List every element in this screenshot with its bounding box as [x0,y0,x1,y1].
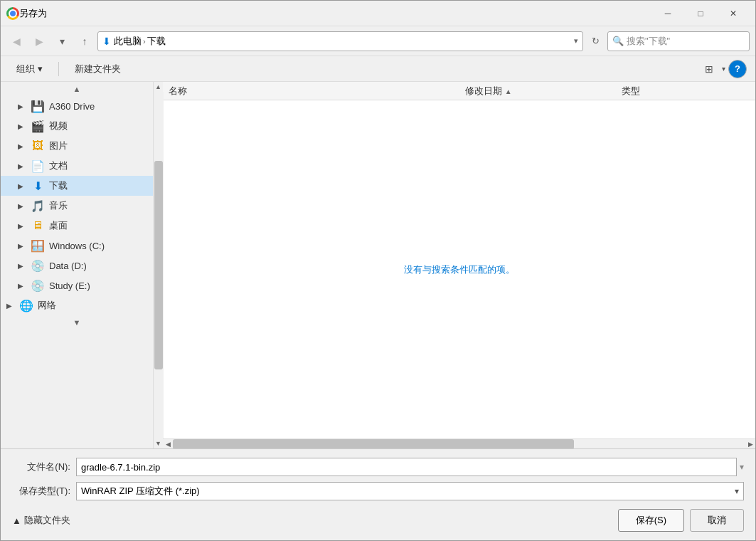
address-part-1[interactable]: 下载 [147,35,166,48]
address-parts: 此电脑 › 下载 [114,35,570,48]
search-bar[interactable]: 🔍 搜索"下载" [607,31,750,51]
view-button[interactable]: ⊞ [699,59,719,79]
sidebar-item-dataD[interactable]: ▶ 💿 Data (D:) [1,256,153,275]
desktop-folder-icon: 🖥 [31,219,45,233]
organize-button[interactable]: 组织 ▾ [9,60,50,78]
expand-icon: ▶ [6,302,15,310]
sidebar-scrollbar: ▲ ▼ [153,82,163,448]
expand-icon: ▶ [18,162,26,170]
h-scroll-track [173,439,745,449]
docs-folder-icon: 📄 [31,159,45,173]
sidebar-item-video[interactable]: ▶ 🎬 视频 [1,116,153,136]
scroll-up-button[interactable]: ▲ [154,82,164,92]
scroll-left-button[interactable]: ◀ [163,439,173,449]
scroll-track [154,92,164,438]
dataD-drive-icon: 💿 [31,258,45,273]
back-button[interactable]: ◀ [6,31,26,51]
col-type-label: 类型 [622,85,640,96]
up-icon: ↑ [82,36,87,47]
sidebar-item-desktop[interactable]: ▶ 🖥 桌面 [1,216,153,236]
scroll-right-button[interactable]: ▶ [745,439,755,449]
sidebar-item-label: 下载 [49,179,147,192]
address-chevron-icon: ▾ [574,36,578,46]
hide-folder-button[interactable]: ▲ 隐藏文件夹 [12,514,70,527]
sidebar-scroll-up-button[interactable]: ▲ [1,82,153,96]
filename-value: gradle-6.7.1-bin.zip [81,462,160,473]
address-bar[interactable]: ⬇ 此电脑 › 下载 ▾ [97,31,583,51]
window-controls: ─ □ ✕ [651,1,750,26]
col-name-label: 名称 [169,85,187,98]
col-name-header[interactable]: 名称 [169,85,465,98]
view-dropdown-arrow: ▾ [722,65,725,73]
sidebar-item-a360[interactable]: ▶ 💾 A360 Drive [1,96,153,116]
back-icon: ◀ [13,36,21,47]
sidebar-item-music[interactable]: ▶ 🎵 音乐 [1,196,153,216]
video-folder-icon: 🎬 [31,119,45,133]
toolbar-right: ⊞ ▾ ? [699,59,747,79]
sort-arrow-icon: ▲ [505,88,512,95]
forward-icon: ▶ [36,36,43,47]
sidebar-item-downloads[interactable]: ▶ ⬇ 下载 [1,176,153,196]
expand-icon: ▶ [18,142,26,150]
filetype-select[interactable]: WinRAR ZIP 压缩文件 (*.zip) ▾ [76,482,744,500]
new-folder-label: 新建文件夹 [75,63,121,75]
maximize-button[interactable]: □ [684,1,717,26]
new-folder-button[interactable]: 新建文件夹 [68,60,128,78]
sidebar-item-docs[interactable]: ▶ 📄 文档 [1,156,153,176]
address-separator: › [143,37,146,46]
select-arrow-icon: ▾ [735,486,739,496]
bottom-area: 文件名(N): gradle-6.7.1-bin.zip ▾ 保存类型(T): … [1,448,755,540]
filetype-row: 保存类型(T): WinRAR ZIP 压缩文件 (*.zip) ▾ [12,482,744,500]
close-button[interactable]: ✕ [717,1,750,26]
address-part-0[interactable]: 此电脑 [114,35,142,48]
refresh-icon: ↻ [592,36,600,46]
help-button[interactable]: ? [728,60,747,78]
sidebar-scroll-down-button[interactable]: ▼ [1,315,153,330]
save-button[interactable]: 保存(S) [618,509,684,532]
minimize-button[interactable]: ─ [651,1,684,26]
sidebar-item-label: Windows (C:) [49,241,147,251]
filename-input[interactable]: gradle-6.7.1-bin.zip [76,458,737,476]
sidebar-item-studyE[interactable]: ▶ 💿 Study (E:) [1,275,153,295]
view-icon: ⊞ [705,63,713,75]
forward-button[interactable]: ▶ [29,31,49,51]
search-placeholder: 搜索"下载" [627,35,670,48]
scroll-down-button[interactable]: ▼ [154,438,164,448]
expand-icon: ▶ [18,182,26,190]
filename-label: 文件名(N): [12,461,76,473]
main-content: ▲ ▶ 💾 A360 Drive ▶ 🎬 视频 ▶ 🖼 图片 [1,82,755,448]
nav-dropdown-button[interactable]: ▾ [52,31,72,51]
chevron-down-icon: ▾ [60,36,65,47]
sidebar-item-label: Data (D:) [49,261,147,271]
empty-message: 没有与搜索条件匹配的项。 [404,263,515,276]
file-header: 名称 修改日期 ▲ 类型 [163,82,755,100]
expand-icon: ▶ [18,262,26,270]
network-icon: 🌐 [19,298,33,312]
sidebar-item-network[interactable]: ▶ 🌐 网络 [1,295,153,315]
toolbar: 组织 ▾ 新建文件夹 ⊞ ▾ ? [1,56,755,82]
winC-drive-icon: 🪟 [31,238,45,253]
sidebar-item-label: A360 Drive [49,101,147,112]
sidebar-panel: ▲ ▶ 💾 A360 Drive ▶ 🎬 视频 ▶ 🖼 图片 [1,82,163,448]
sidebar-item-label: 文档 [49,159,147,172]
h-scroll-thumb[interactable] [173,439,574,449]
chevron-up-icon: ▲ [12,515,21,526]
dialog-title: 另存为 [19,7,651,20]
cancel-button[interactable]: 取消 [690,509,744,532]
scroll-thumb[interactable] [154,161,163,369]
music-folder-icon: 🎵 [31,199,45,213]
col-type-header[interactable]: 类型 [622,85,750,98]
filetype-label: 保存类型(T): [12,485,76,498]
folder-nav-icon: ⬇ [102,36,111,47]
refresh-button[interactable]: ↻ [586,32,605,51]
sidebar-item-label: 图片 [49,140,147,152]
col-date-header[interactable]: 修改日期 ▲ [465,85,622,98]
up-button[interactable]: ↑ [75,31,95,51]
toolbar-separator [58,62,59,76]
expand-icon: ▶ [18,202,26,210]
sidebar-item-images[interactable]: ▶ 🖼 图片 [1,136,153,156]
sidebar-item-label: 音乐 [49,199,147,212]
studyE-drive-icon: 💿 [31,278,45,293]
filetype-value: WinRAR ZIP 压缩文件 (*.zip) [81,485,200,498]
sidebar-item-winC[interactable]: ▶ 🪟 Windows (C:) [1,236,153,256]
